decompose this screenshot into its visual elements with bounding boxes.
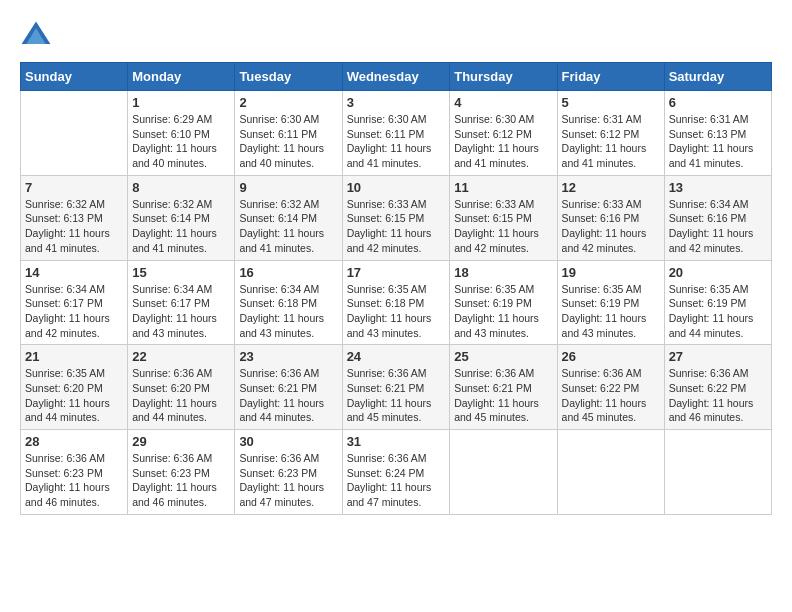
sunrise: Sunrise: 6:35 AM [562, 283, 642, 295]
sunset: Sunset: 6:19 PM [562, 297, 640, 309]
sunset: Sunset: 6:19 PM [454, 297, 532, 309]
sunset: Sunset: 6:17 PM [132, 297, 210, 309]
day-info: Sunrise: 6:33 AM Sunset: 6:15 PM Dayligh… [347, 197, 446, 256]
day-info: Sunrise: 6:34 AM Sunset: 6:17 PM Dayligh… [25, 282, 123, 341]
weekday-header-thursday: Thursday [450, 63, 557, 91]
daylight: Daylight: 11 hours and 43 minutes. [347, 312, 432, 339]
sunrise: Sunrise: 6:36 AM [347, 367, 427, 379]
day-info: Sunrise: 6:36 AM Sunset: 6:21 PM Dayligh… [454, 366, 552, 425]
daylight: Daylight: 11 hours and 44 minutes. [669, 312, 754, 339]
sunset: Sunset: 6:13 PM [669, 128, 747, 140]
day-info: Sunrise: 6:30 AM Sunset: 6:11 PM Dayligh… [239, 112, 337, 171]
day-info: Sunrise: 6:33 AM Sunset: 6:16 PM Dayligh… [562, 197, 660, 256]
calendar-cell [664, 430, 771, 515]
day-info: Sunrise: 6:35 AM Sunset: 6:20 PM Dayligh… [25, 366, 123, 425]
daylight: Daylight: 11 hours and 44 minutes. [132, 397, 217, 424]
calendar-cell [557, 430, 664, 515]
day-number: 23 [239, 349, 337, 364]
day-info: Sunrise: 6:32 AM Sunset: 6:14 PM Dayligh… [132, 197, 230, 256]
day-info: Sunrise: 6:34 AM Sunset: 6:16 PM Dayligh… [669, 197, 767, 256]
day-info: Sunrise: 6:35 AM Sunset: 6:19 PM Dayligh… [454, 282, 552, 341]
sunset: Sunset: 6:12 PM [562, 128, 640, 140]
sunset: Sunset: 6:14 PM [239, 212, 317, 224]
sunset: Sunset: 6:22 PM [562, 382, 640, 394]
calendar-week-row: 14 Sunrise: 6:34 AM Sunset: 6:17 PM Dayl… [21, 260, 772, 345]
calendar-week-row: 1 Sunrise: 6:29 AM Sunset: 6:10 PM Dayli… [21, 91, 772, 176]
sunset: Sunset: 6:12 PM [454, 128, 532, 140]
daylight: Daylight: 11 hours and 45 minutes. [347, 397, 432, 424]
sunset: Sunset: 6:21 PM [239, 382, 317, 394]
day-info: Sunrise: 6:36 AM Sunset: 6:22 PM Dayligh… [562, 366, 660, 425]
day-number: 27 [669, 349, 767, 364]
day-number: 21 [25, 349, 123, 364]
calendar-cell: 27 Sunrise: 6:36 AM Sunset: 6:22 PM Dayl… [664, 345, 771, 430]
sunset: Sunset: 6:18 PM [347, 297, 425, 309]
sunset: Sunset: 6:23 PM [132, 467, 210, 479]
sunrise: Sunrise: 6:36 AM [347, 452, 427, 464]
weekday-header-row: SundayMondayTuesdayWednesdayThursdayFrid… [21, 63, 772, 91]
weekday-header-saturday: Saturday [664, 63, 771, 91]
sunrise: Sunrise: 6:36 AM [239, 452, 319, 464]
sunrise: Sunrise: 6:31 AM [562, 113, 642, 125]
day-number: 8 [132, 180, 230, 195]
calendar-cell: 21 Sunrise: 6:35 AM Sunset: 6:20 PM Dayl… [21, 345, 128, 430]
sunset: Sunset: 6:20 PM [132, 382, 210, 394]
sunrise: Sunrise: 6:35 AM [347, 283, 427, 295]
page-header [20, 20, 772, 52]
sunrise: Sunrise: 6:32 AM [132, 198, 212, 210]
sunrise: Sunrise: 6:35 AM [669, 283, 749, 295]
calendar-cell: 3 Sunrise: 6:30 AM Sunset: 6:11 PM Dayli… [342, 91, 450, 176]
daylight: Daylight: 11 hours and 44 minutes. [25, 397, 110, 424]
day-number: 25 [454, 349, 552, 364]
sunrise: Sunrise: 6:33 AM [562, 198, 642, 210]
sunset: Sunset: 6:24 PM [347, 467, 425, 479]
logo-icon [20, 20, 52, 52]
day-number: 31 [347, 434, 446, 449]
sunrise: Sunrise: 6:35 AM [25, 367, 105, 379]
daylight: Daylight: 11 hours and 43 minutes. [562, 312, 647, 339]
weekday-header-tuesday: Tuesday [235, 63, 342, 91]
calendar-week-row: 7 Sunrise: 6:32 AM Sunset: 6:13 PM Dayli… [21, 175, 772, 260]
day-info: Sunrise: 6:35 AM Sunset: 6:19 PM Dayligh… [562, 282, 660, 341]
calendar-cell: 18 Sunrise: 6:35 AM Sunset: 6:19 PM Dayl… [450, 260, 557, 345]
day-info: Sunrise: 6:31 AM Sunset: 6:12 PM Dayligh… [562, 112, 660, 171]
day-number: 18 [454, 265, 552, 280]
day-number: 24 [347, 349, 446, 364]
sunset: Sunset: 6:13 PM [25, 212, 103, 224]
day-info: Sunrise: 6:36 AM Sunset: 6:23 PM Dayligh… [25, 451, 123, 510]
daylight: Daylight: 11 hours and 43 minutes. [239, 312, 324, 339]
day-info: Sunrise: 6:36 AM Sunset: 6:20 PM Dayligh… [132, 366, 230, 425]
sunset: Sunset: 6:23 PM [239, 467, 317, 479]
calendar-cell: 2 Sunrise: 6:30 AM Sunset: 6:11 PM Dayli… [235, 91, 342, 176]
day-number: 3 [347, 95, 446, 110]
calendar-cell: 19 Sunrise: 6:35 AM Sunset: 6:19 PM Dayl… [557, 260, 664, 345]
day-number: 6 [669, 95, 767, 110]
sunrise: Sunrise: 6:33 AM [454, 198, 534, 210]
sunset: Sunset: 6:20 PM [25, 382, 103, 394]
day-info: Sunrise: 6:30 AM Sunset: 6:11 PM Dayligh… [347, 112, 446, 171]
sunrise: Sunrise: 6:30 AM [239, 113, 319, 125]
calendar-cell: 4 Sunrise: 6:30 AM Sunset: 6:12 PM Dayli… [450, 91, 557, 176]
sunrise: Sunrise: 6:31 AM [669, 113, 749, 125]
day-number: 19 [562, 265, 660, 280]
calendar-cell: 13 Sunrise: 6:34 AM Sunset: 6:16 PM Dayl… [664, 175, 771, 260]
day-number: 13 [669, 180, 767, 195]
day-info: Sunrise: 6:33 AM Sunset: 6:15 PM Dayligh… [454, 197, 552, 256]
daylight: Daylight: 11 hours and 47 minutes. [239, 481, 324, 508]
sunrise: Sunrise: 6:33 AM [347, 198, 427, 210]
sunrise: Sunrise: 6:36 AM [25, 452, 105, 464]
day-info: Sunrise: 6:32 AM Sunset: 6:13 PM Dayligh… [25, 197, 123, 256]
calendar-cell: 31 Sunrise: 6:36 AM Sunset: 6:24 PM Dayl… [342, 430, 450, 515]
daylight: Daylight: 11 hours and 46 minutes. [132, 481, 217, 508]
day-number: 1 [132, 95, 230, 110]
sunset: Sunset: 6:16 PM [669, 212, 747, 224]
calendar-cell: 10 Sunrise: 6:33 AM Sunset: 6:15 PM Dayl… [342, 175, 450, 260]
day-number: 11 [454, 180, 552, 195]
sunset: Sunset: 6:21 PM [454, 382, 532, 394]
day-number: 9 [239, 180, 337, 195]
day-number: 17 [347, 265, 446, 280]
daylight: Daylight: 11 hours and 45 minutes. [454, 397, 539, 424]
sunrise: Sunrise: 6:30 AM [347, 113, 427, 125]
daylight: Daylight: 11 hours and 45 minutes. [562, 397, 647, 424]
day-info: Sunrise: 6:35 AM Sunset: 6:18 PM Dayligh… [347, 282, 446, 341]
